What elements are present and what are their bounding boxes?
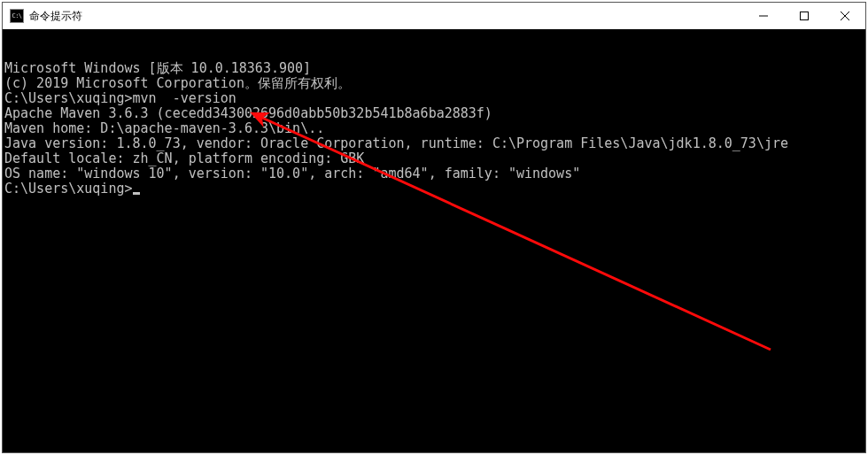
window-title: 命令提示符 [29, 9, 82, 24]
console-output[interactable]: Microsoft Windows [版本 10.0.18363.900](c)… [3, 29, 865, 452]
cursor [133, 192, 140, 195]
console-line: OS name: "windows 10", version: "10.0", … [4, 166, 864, 181]
console-line: C:\Users\xuqing> [4, 181, 864, 197]
console-line: Maven home: D:\apache-maven-3.6.3\bin\.. [4, 121, 864, 136]
close-icon [841, 12, 849, 20]
cmd-icon: C:\ [10, 9, 24, 23]
console-line: Java version: 1.8.0_73, vendor: Oracle C… [4, 136, 864, 151]
console-line: Microsoft Windows [版本 10.0.18363.900] [4, 61, 864, 76]
console-line: C:\Users\xuqing>mvn -version [4, 91, 864, 106]
maximize-icon [800, 12, 809, 20]
minimize-button[interactable] [743, 3, 784, 29]
window-controls [743, 3, 865, 29]
console-line: Apache Maven 3.6.3 (cecedd343002696d0abb… [4, 106, 864, 121]
minimize-icon [759, 12, 768, 20]
close-button[interactable] [825, 3, 865, 29]
maximize-button[interactable] [784, 3, 825, 29]
titlebar-left: C:\ 命令提示符 [3, 9, 82, 24]
titlebar[interactable]: C:\ 命令提示符 [3, 3, 865, 29]
svg-rect-1 [801, 12, 809, 20]
command-prompt-window: C:\ 命令提示符 Microsoft Windows [版本 10.0.183… [2, 2, 866, 453]
console-line: Default locale: zh_CN, platform encoding… [4, 151, 864, 166]
console-line: (c) 2019 Microsoft Corporation。保留所有权利。 [4, 76, 864, 91]
